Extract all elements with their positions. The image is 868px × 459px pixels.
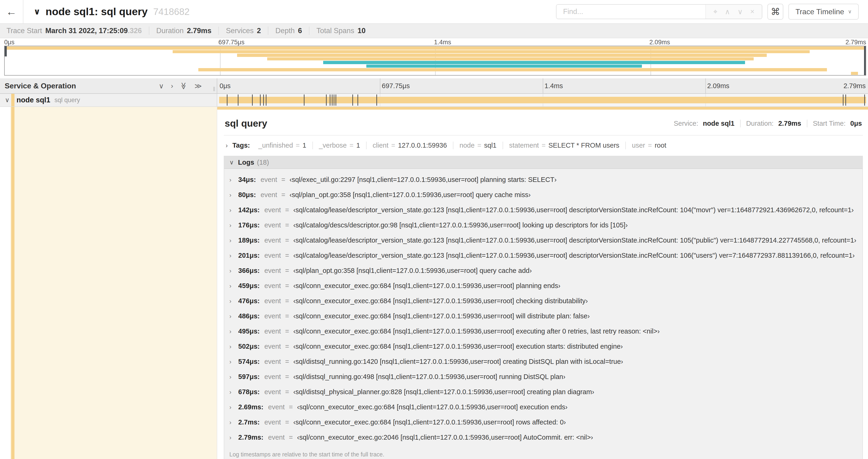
log-field-value: ‹sql/catalog/lease/descriptor_version_st… xyxy=(293,206,854,214)
chevron-down-icon[interactable]: ∨ xyxy=(5,96,9,104)
log-field-key: event xyxy=(265,236,281,244)
trace-title-wrap[interactable]: ∨ node sql1: sql query 7418682 xyxy=(34,6,190,18)
log-entry[interactable]: › 597μs: event = ‹sql/distsql_running.go… xyxy=(224,369,862,384)
minimap-span-row xyxy=(5,57,866,61)
log-equals: = xyxy=(283,327,291,335)
log-entry[interactable]: › 678μs: event = ‹sql/distsql_physical_p… xyxy=(224,384,862,399)
chevron-right-icon: › xyxy=(229,222,238,229)
log-entry[interactable]: › 189μs: event = ‹sql/catalog/lease/desc… xyxy=(224,233,862,248)
log-text: event = ‹sql/exec_util.go:2297 [nsql1,cl… xyxy=(260,176,557,184)
keyboard-shortcuts-button[interactable]: ⌘ xyxy=(768,4,783,20)
collapse-all-icon[interactable]: ≫ xyxy=(180,82,188,89)
chevron-right-icon: › xyxy=(229,419,238,426)
log-text: event = ‹sql/conn_executor_exec.go:684 [… xyxy=(265,418,566,426)
log-entry[interactable]: › 366μs: event = ‹sql/plan_opt.go:358 [n… xyxy=(224,263,862,278)
span-color-stripe xyxy=(11,107,14,459)
tag-value: sql1 xyxy=(484,141,497,149)
expand-one-icon[interactable]: › xyxy=(171,82,173,90)
span-log-ticks xyxy=(219,94,866,106)
log-entry[interactable]: › 459μs: event = ‹sql/conn_executor_exec… xyxy=(224,278,862,293)
minimap-right-scrubber[interactable] xyxy=(864,46,866,75)
log-entry[interactable]: › 495μs: event = ‹sql/conn_executor_exec… xyxy=(224,324,862,339)
tag-item[interactable]: _verbose = 1 xyxy=(313,141,367,149)
tag-equals: = xyxy=(477,141,482,149)
chevron-right-icon: › xyxy=(229,389,238,396)
back-button[interactable]: ← xyxy=(0,0,23,23)
detail-left-fill xyxy=(10,107,217,459)
tags-label: Tags: xyxy=(232,141,250,149)
locate-icon[interactable]: ⌖ xyxy=(713,7,717,16)
tag-value: root xyxy=(655,141,666,149)
axis-tick: 697.75μs xyxy=(382,82,410,90)
minimap-canvas[interactable] xyxy=(4,46,866,75)
log-entry[interactable]: › 2.69ms: event = ‹sql/conn_executor_exe… xyxy=(224,399,862,415)
span-row-name-cell[interactable]: ∨ node sql1 sql query xyxy=(0,94,217,106)
tag-equals: = xyxy=(391,141,395,149)
prev-match-icon[interactable]: ∧ xyxy=(725,7,730,16)
find-input[interactable] xyxy=(557,5,705,19)
log-equals: = xyxy=(283,221,291,229)
log-entry[interactable]: › 142μs: event = ‹sql/catalog/lease/desc… xyxy=(224,202,862,218)
log-entry[interactable]: › 201μs: event = ‹sql/catalog/lease/desc… xyxy=(224,248,862,263)
log-tick-marker xyxy=(263,94,264,106)
chevron-right-icon: › xyxy=(229,176,238,184)
info-value: March 31 2022, 17:25:09 xyxy=(45,27,128,35)
minimap-span-rows xyxy=(5,46,866,75)
tag-item[interactable]: user = root xyxy=(626,141,672,149)
clear-search-icon[interactable]: × xyxy=(750,7,754,16)
log-entry[interactable]: › 34μs: event = ‹sql/exec_util.go:2297 [… xyxy=(224,172,862,187)
log-time: 201μs: xyxy=(238,252,260,259)
log-entry[interactable]: › 80μs: event = ‹sql/plan_opt.go:358 [ns… xyxy=(224,187,862,202)
log-entry[interactable]: › 502μs: event = ‹sql/conn_executor_exec… xyxy=(224,339,862,354)
log-field-value: ‹sql/plan_opt.go:358 [nsql1,client=127.0… xyxy=(289,191,531,198)
tag-item[interactable]: _unfinished = 1 xyxy=(252,141,313,149)
span-row-bar-cell[interactable] xyxy=(217,94,868,106)
meta-label: Start Time: xyxy=(813,120,846,127)
chevron-down-icon[interactable]: ∨ xyxy=(34,7,40,17)
log-tick-marker xyxy=(864,94,865,106)
logs-box: ∨ Logs (18) › 34μs: event = ‹sql/exec_ut… xyxy=(224,156,863,459)
log-entry[interactable]: › 574μs: event = ‹sql/distsql_running.go… xyxy=(224,354,862,369)
log-entry[interactable]: › 476μs: event = ‹sql/conn_executor_exec… xyxy=(224,293,862,308)
tag-item[interactable]: client = 127.0.0.1:59936 xyxy=(367,141,453,149)
log-entry[interactable]: › 2.7ms: event = ‹sql/conn_executor_exec… xyxy=(224,415,862,430)
logs-note: Log timestamps are relative to the start… xyxy=(224,446,862,459)
log-entry[interactable]: › 486μs: event = ‹sql/conn_executor_exec… xyxy=(224,308,862,324)
log-tick-marker xyxy=(843,94,843,106)
info-label: Duration xyxy=(156,27,184,35)
log-field-key: event xyxy=(265,221,281,229)
tags-accordion[interactable]: › Tags: _unfinished = 1 _verbose = 1 cli… xyxy=(224,135,863,156)
tag-item[interactable]: statement = SELECT * FROM users xyxy=(503,141,626,149)
tag-item[interactable]: node = sql1 xyxy=(453,141,503,149)
log-field-value: ‹sql/conn_executor_exec.go:684 [nsql1,cl… xyxy=(297,403,567,411)
chevron-down-icon: ∨ xyxy=(848,9,852,15)
log-entry[interactable]: › 2.79ms: event = ‹sql/conn_executor_exe… xyxy=(224,430,862,445)
next-match-icon[interactable]: ∨ xyxy=(738,7,743,16)
collapse-one-icon[interactable]: ∨ xyxy=(159,82,164,90)
log-field-value: ‹sql/distsql_physical_planner.go:828 [ns… xyxy=(293,388,594,396)
log-tick-marker xyxy=(304,94,305,106)
tag-key: _verbose xyxy=(319,141,347,149)
minimap-span-row xyxy=(5,68,866,72)
log-time: 495μs: xyxy=(238,327,260,335)
detail-left-column xyxy=(0,107,217,459)
minimap-left-scrubber[interactable] xyxy=(5,46,7,57)
log-equals: = xyxy=(283,373,291,381)
log-text: event = ‹sql/conn_executor_exec.go:2046 … xyxy=(268,434,593,441)
log-entry[interactable]: › 176μs: event = ‹sql/catalog/descs/desc… xyxy=(224,218,862,233)
minimap-span-row xyxy=(5,50,866,54)
log-field-value: ‹sql/distsql_running.go:498 [nsql1,clien… xyxy=(293,373,565,381)
log-equals: = xyxy=(280,191,287,198)
log-time: 34μs: xyxy=(238,176,256,184)
log-time: 80μs: xyxy=(238,191,256,199)
log-tick-marker xyxy=(238,94,239,106)
span-row[interactable]: ∨ node sql1 sql query xyxy=(0,94,868,107)
find-group: ⌖ ∧ ∨ × xyxy=(556,4,762,19)
logs-accordion-header[interactable]: ∨ Logs (18) xyxy=(224,156,862,169)
trace-view-selector[interactable]: Trace Timeline ∨ xyxy=(788,4,859,20)
chevron-right-icon: › xyxy=(229,192,238,199)
log-equals: = xyxy=(287,403,295,411)
chevron-right-icon: › xyxy=(226,142,228,149)
column-resize-handle[interactable]: ‖ xyxy=(213,86,215,93)
expand-all-icon[interactable]: ≫ xyxy=(195,82,202,90)
